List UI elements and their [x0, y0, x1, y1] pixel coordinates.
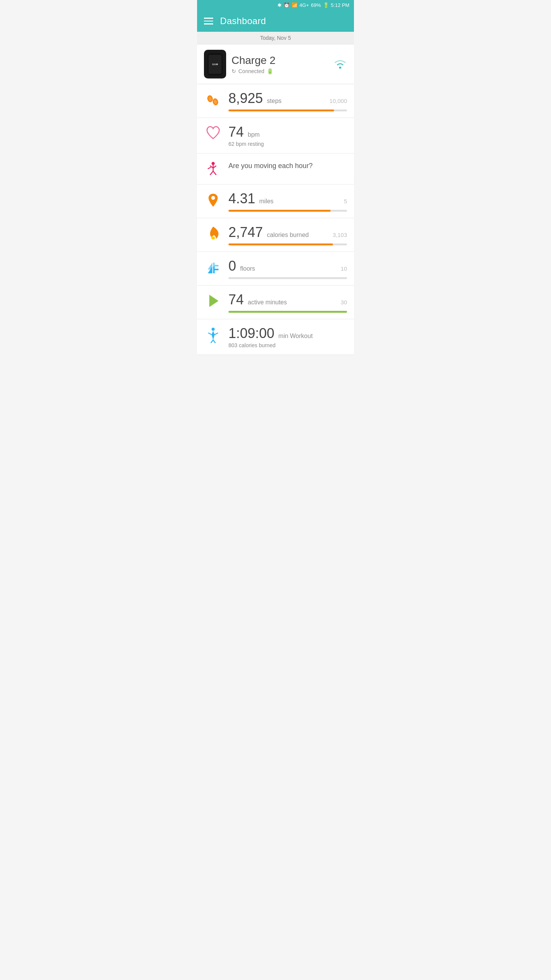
- active-content: 74 active minutes 30: [228, 292, 347, 313]
- workout-value: 1:09:00: [228, 325, 274, 341]
- page-title: Dashboard: [220, 16, 266, 26]
- calories-value: 2,747: [228, 224, 263, 240]
- distance-metric[interactable]: 4.31 miles 5: [197, 185, 354, 218]
- heart-rate-metric[interactable]: 74 bpm 62 bpm resting: [197, 118, 354, 154]
- status-icons: ✱ ⏰ 📶 4G+ 69% 🔋 5:12 PM: [277, 2, 349, 8]
- svg-rect-18: [215, 265, 218, 266]
- floors-goal: 10: [341, 265, 347, 272]
- menu-button[interactable]: [204, 18, 213, 24]
- move-icon: [204, 160, 222, 178]
- date-bar: Today, Nov 5: [197, 32, 354, 44]
- alarm-icon: ⏰: [284, 2, 290, 8]
- move-question: Are you moving each hour?: [228, 160, 347, 170]
- steps-metric[interactable]: 8,925 steps 10,000: [197, 84, 354, 118]
- device-card[interactable]: 12:08 Charge 2 ↻ Connected 🔋: [197, 44, 354, 84]
- svg-point-0: [339, 67, 341, 69]
- calories-progress-bar: [228, 243, 333, 245]
- device-image: 12:08: [204, 50, 226, 78]
- workout-content: 1:09:00 min Workout 803 calories burned: [228, 325, 347, 348]
- steps-progress-container: [228, 109, 347, 111]
- active-minutes-metric[interactable]: 74 active minutes 30: [197, 286, 354, 319]
- device-status: ↻ Connected 🔋: [231, 68, 276, 74]
- device-battery-icon: 🔋: [267, 68, 273, 74]
- distance-unit: miles: [259, 198, 274, 204]
- menu-line-1: [204, 18, 213, 19]
- steps-goal: 10,000: [329, 98, 347, 104]
- heart-unit: bpm: [248, 131, 260, 138]
- workout-icon: [204, 325, 222, 344]
- app-header: Dashboard: [197, 10, 354, 32]
- move-content: Are you moving each hour?: [228, 160, 347, 170]
- calories-unit: calories burned: [267, 232, 309, 238]
- steps-unit: steps: [267, 98, 282, 104]
- active-value: 74: [228, 292, 244, 307]
- battery-icon: 🔋: [323, 2, 329, 8]
- steps-progress-bar: [228, 109, 334, 111]
- distance-progress-bar: [228, 210, 331, 212]
- wireless-icon: [333, 58, 347, 71]
- floors-content: 0 floors 10: [228, 258, 347, 279]
- calories-metric[interactable]: 2,747 calories burned 3,103: [197, 218, 354, 252]
- svg-rect-16: [213, 263, 215, 270]
- sync-icon: ↻: [231, 68, 236, 74]
- battery-level: 69%: [311, 2, 321, 8]
- svg-rect-17: [215, 269, 218, 270]
- clock-time: 5:12 PM: [331, 2, 349, 8]
- workout-unit: min Workout: [279, 333, 313, 339]
- watch-time: 12:08: [212, 63, 218, 65]
- active-goal: 30: [341, 299, 347, 305]
- heart-icon: [204, 124, 222, 142]
- menu-line-2: [204, 21, 213, 22]
- menu-line-3: [204, 23, 213, 24]
- move-metric[interactable]: Are you moving each hour?: [197, 154, 354, 185]
- floors-unit: floors: [240, 265, 255, 272]
- svg-marker-14: [208, 263, 212, 270]
- steps-icon: [204, 90, 222, 109]
- distance-progress-container: [228, 210, 347, 212]
- calories-progress-container: [228, 243, 347, 245]
- calories-content: 2,747 calories burned 3,103: [228, 224, 347, 245]
- wifi-icon: 📶: [292, 2, 298, 8]
- heart-sub: 62 bpm resting: [228, 141, 347, 147]
- floors-icon: [204, 258, 222, 276]
- active-unit: active minutes: [248, 299, 287, 305]
- calories-icon: [204, 224, 222, 243]
- watch-screen: 12:08: [209, 55, 222, 74]
- distance-goal: 5: [344, 198, 347, 204]
- floors-metric[interactable]: 0 floors 10: [197, 252, 354, 286]
- status-bar: ✱ ⏰ 📶 4G+ 69% 🔋 5:12 PM: [197, 0, 354, 10]
- svg-line-10: [213, 171, 216, 175]
- workout-sub: 803 calories burned: [228, 342, 347, 348]
- location-icon: [204, 191, 222, 209]
- svg-line-9: [210, 171, 213, 175]
- signal-strength: 4G+: [300, 2, 309, 8]
- floors-value: 0: [228, 258, 236, 274]
- steps-content: 8,925 steps 10,000: [228, 90, 347, 111]
- svg-marker-19: [209, 295, 218, 307]
- svg-point-20: [212, 328, 215, 331]
- heart-content: 74 bpm 62 bpm resting: [228, 124, 347, 147]
- floors-progress-container: [228, 277, 347, 279]
- heart-value: 74: [228, 124, 244, 140]
- device-name: Charge 2: [231, 54, 276, 67]
- svg-point-12: [211, 196, 215, 200]
- connection-status: Connected: [238, 68, 264, 74]
- bluetooth-icon: ✱: [277, 2, 282, 8]
- current-date: Today, Nov 5: [260, 35, 291, 41]
- active-progress-bar: [228, 311, 347, 313]
- svg-line-11: [208, 167, 211, 169]
- active-progress-container: [228, 311, 347, 313]
- distance-content: 4.31 miles 5: [228, 191, 347, 212]
- calories-goal: 3,103: [333, 232, 347, 238]
- workout-metric[interactable]: 1:09:00 min Workout 803 calories burned: [197, 319, 354, 355]
- distance-value: 4.31: [228, 191, 255, 206]
- steps-value: 8,925: [228, 90, 263, 106]
- active-icon: [204, 292, 222, 310]
- svg-point-5: [212, 162, 215, 165]
